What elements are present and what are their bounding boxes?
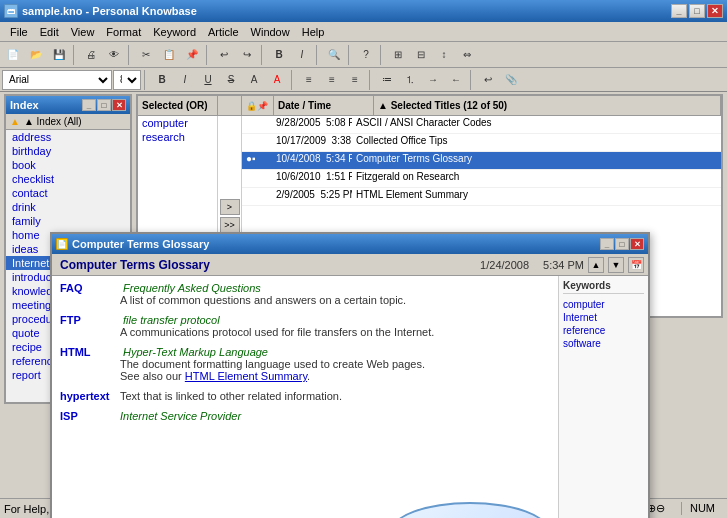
index-close-btn[interactable]: ✕ (112, 99, 126, 111)
font-selector[interactable]: Arial (2, 70, 112, 90)
save-btn[interactable]: 💾 (48, 44, 70, 66)
copy-btn[interactable]: 📋 (158, 44, 180, 66)
term-isp-italic: Internet Service Provider (120, 410, 241, 422)
menu-file[interactable]: File (4, 24, 34, 40)
col-selected[interactable]: Selected (OR) (138, 96, 218, 115)
doc-close-btn[interactable]: ✕ (630, 238, 644, 250)
print-btn[interactable]: 🖨 (80, 44, 102, 66)
menu-article[interactable]: Article (202, 24, 245, 40)
index-max-btn[interactable]: □ (97, 99, 111, 111)
maximize-button[interactable]: □ (689, 4, 705, 18)
index-item-birthday[interactable]: birthday (6, 144, 130, 158)
doc-toolbar: Computer Terms Glossary 1/24/2008 5:34 P… (52, 254, 648, 276)
col-titles[interactable]: ▲ Selected Titles (12 of 50) (374, 96, 721, 115)
numlist-btn[interactable]: ⒈ (399, 69, 421, 91)
menu-edit[interactable]: Edit (34, 24, 65, 40)
html-element-summary-link[interactable]: HTML Element Summary (185, 370, 307, 382)
menu-help[interactable]: Help (296, 24, 331, 40)
result-row-3[interactable]: 10/6/2010 1:51 PM Fitzgerald on Research (242, 170, 721, 188)
term-html: HTML Hyper-Text Markup Language The docu… (60, 346, 550, 382)
col-datetime[interactable]: Date / Time (274, 96, 374, 115)
doc-calendar-btn[interactable]: 📅 (628, 257, 644, 273)
size-selector[interactable]: 8 (113, 70, 141, 90)
selected-keyword-research[interactable]: research (138, 130, 217, 144)
term-hypertext: hypertext Text that is linked to other r… (60, 390, 550, 402)
extra3-btn[interactable]: ↕ (433, 44, 455, 66)
extra2-btn[interactable]: ⊟ (410, 44, 432, 66)
main-toolbar: 📄 📂 💾 🖨 👁 ✂ 📋 📌 ↩ ↪ B I 🔍 ? ⊞ ⊟ ↕ ⇔ (0, 42, 727, 68)
index-header: ▲ ▲ Index (All) (6, 114, 130, 130)
result-row-0[interactable]: 9/28/2005 5:08 PM ASCII / ANSI Character… (242, 116, 721, 134)
col-icons[interactable]: 🔒📌 (242, 96, 274, 115)
color-btn[interactable]: A (266, 69, 288, 91)
help-btn[interactable]: ? (355, 44, 377, 66)
highlight-btn[interactable]: A (243, 69, 265, 91)
align-right-btn[interactable]: ≡ (344, 69, 366, 91)
italic-tb-btn[interactable]: I (291, 44, 313, 66)
col-transfer[interactable] (218, 96, 242, 115)
sep6 (348, 45, 352, 65)
attachment-btn[interactable]: 📎 (500, 69, 522, 91)
menu-keyword[interactable]: Keyword (147, 24, 202, 40)
result-icon-3 (242, 170, 272, 187)
keywords-panel: Keywords computer Internet reference sof… (558, 276, 648, 518)
cut-btn[interactable]: ✂ (135, 44, 157, 66)
index-item-book[interactable]: book (6, 158, 130, 172)
result-row-4[interactable]: 2/9/2005 5:25 PM HTML Element Summary (242, 188, 721, 206)
align-center-btn[interactable]: ≡ (321, 69, 343, 91)
doc-window-icon: 📄 (56, 238, 68, 250)
strikethrough-btn[interactable]: S (220, 69, 242, 91)
keyword-internet[interactable]: Internet (563, 311, 644, 324)
bold-tb-btn[interactable]: B (268, 44, 290, 66)
doc-title-buttons: _ □ ✕ (600, 238, 644, 250)
term-ftp-label: FTP (60, 314, 120, 326)
result-row-1[interactable]: 10/17/2009 3:38 PM Collected Office Tips (242, 134, 721, 152)
term-faq: FAQ Frequently Asked Questions A list of… (60, 282, 550, 306)
doc-minimize-btn[interactable]: _ (600, 238, 614, 250)
insert-btn[interactable]: ↩ (477, 69, 499, 91)
extra1-btn[interactable]: ⊞ (387, 44, 409, 66)
index-item-checklist[interactable]: checklist (6, 172, 130, 186)
outdent-btn[interactable]: ← (445, 69, 467, 91)
window-title: sample.kno - Personal Knowbase (22, 5, 197, 17)
italic-btn[interactable]: I (174, 69, 196, 91)
format-toolbar: Arial 8 B I U S A A ≡ ≡ ≡ ≔ ⒈ → ← ↩ 📎 (0, 68, 727, 92)
index-header-label: ▲ Index (All) (24, 116, 82, 127)
doc-time-up-btn[interactable]: ▲ (588, 257, 604, 273)
minimize-button[interactable]: _ (671, 4, 687, 18)
close-button[interactable]: ✕ (707, 4, 723, 18)
index-item-drink[interactable]: drink (6, 200, 130, 214)
extra4-btn[interactable]: ⇔ (456, 44, 478, 66)
indent-btn[interactable]: → (422, 69, 444, 91)
find-btn[interactable]: 🔍 (323, 44, 345, 66)
keyword-reference[interactable]: reference (563, 324, 644, 337)
menu-format[interactable]: Format (100, 24, 147, 40)
bold-btn[interactable]: B (151, 69, 173, 91)
doc-title-left: 📄 Computer Terms Glossary (56, 238, 209, 250)
transfer-add-btn[interactable]: > (220, 199, 240, 215)
keyword-computer[interactable]: computer (563, 298, 644, 311)
index-minimize-btn[interactable]: _ (82, 99, 96, 111)
new-btn[interactable]: 📄 (2, 44, 24, 66)
paste-btn[interactable]: 📌 (181, 44, 203, 66)
doc-max-btn[interactable]: □ (615, 238, 629, 250)
menu-window[interactable]: Window (245, 24, 296, 40)
index-item-address[interactable]: address (6, 130, 130, 144)
doc-window: 📄 Computer Terms Glossary _ □ ✕ Computer… (50, 232, 650, 518)
col-titles-label: ▲ Selected Titles (12 of 50) (378, 100, 507, 111)
index-item-family[interactable]: family (6, 214, 130, 228)
redo-btn[interactable]: ↪ (236, 44, 258, 66)
align-left-btn[interactable]: ≡ (298, 69, 320, 91)
undo-btn[interactable]: ↩ (213, 44, 235, 66)
doc-time-down-btn[interactable]: ▼ (608, 257, 624, 273)
result-row-2[interactable]: ●▪ 10/4/2008 5:34 PM Computer Terms Glos… (242, 152, 721, 170)
open-btn[interactable]: 📂 (25, 44, 47, 66)
transfer-remove-btn[interactable]: >> (220, 217, 240, 233)
keyword-software[interactable]: software (563, 337, 644, 350)
underline-btn[interactable]: U (197, 69, 219, 91)
menu-view[interactable]: View (65, 24, 101, 40)
preview-btn[interactable]: 👁 (103, 44, 125, 66)
selected-keyword-computer[interactable]: computer (138, 116, 217, 130)
list-btn[interactable]: ≔ (376, 69, 398, 91)
index-item-contact[interactable]: contact (6, 186, 130, 200)
